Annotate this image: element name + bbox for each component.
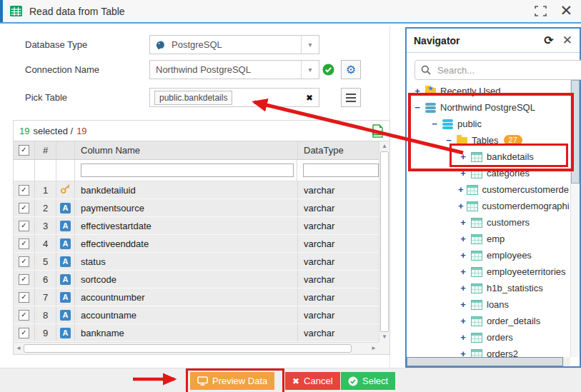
- table-row[interactable]: ✓ 4 A effectiveenddate varchar: [14, 235, 379, 253]
- table-icon: [471, 267, 482, 277]
- tree-item-northwind-postgresql[interactable]: − Northwind PostgreSQL: [408, 99, 569, 116]
- table-row[interactable]: ✓ 2 A paymentsource varchar: [14, 199, 379, 217]
- scroll-left-icon[interactable]: ◄: [16, 344, 21, 353]
- horizontal-scroll-thumb[interactable]: [24, 344, 352, 353]
- refresh-icon[interactable]: ⟳: [544, 34, 553, 47]
- export-csv-icon[interactable]: csv: [372, 124, 384, 138]
- pick-table-input[interactable]: public.bankdetails ✖: [149, 88, 319, 107]
- clear-icon[interactable]: ✖: [306, 93, 313, 103]
- row-number: 9: [35, 324, 56, 341]
- tree-item-bankdetails[interactable]: + bankdetails: [408, 149, 569, 165]
- datatype-filter-input[interactable]: [303, 164, 379, 177]
- expand-icon[interactable]: +: [458, 316, 468, 326]
- navigator-vertical-scrollbar[interactable]: [570, 80, 580, 357]
- tree-item-tables[interactable]: − Tables 27: [408, 132, 569, 149]
- horizontal-scrollbar[interactable]: ◄ ►: [14, 342, 379, 354]
- table-row[interactable]: ✓ 3 A effectivestartdate varchar: [14, 217, 379, 235]
- navigator-search[interactable]: [414, 60, 581, 80]
- navigator-horizontal-scrollbar[interactable]: [407, 357, 570, 366]
- row-checkbox[interactable]: ✓: [19, 256, 29, 267]
- expand-icon[interactable]: +: [458, 332, 468, 343]
- table-row[interactable]: ✓ 7 A accountnumber varchar: [14, 288, 379, 306]
- scroll-right-icon[interactable]: ►: [371, 344, 377, 353]
- table-row[interactable]: ✓ 1 bankdetailuid varchar: [14, 181, 379, 199]
- row-checkbox[interactable]: ✓: [19, 185, 29, 196]
- expand-icon[interactable]: +: [458, 250, 468, 261]
- scroll-up-icon[interactable]: ▲: [379, 141, 389, 151]
- table-row[interactable]: ✓ 5 A status varchar: [14, 253, 379, 271]
- expand-icon[interactable]: +: [458, 348, 468, 357]
- table-row[interactable]: ✓ 8 A accountname varchar: [14, 306, 379, 324]
- tree-item-emp[interactable]: + emp: [408, 231, 569, 247]
- table-row[interactable]: ✓ 6 A sortcode varchar: [14, 271, 379, 288]
- tree-item-employeeterritories[interactable]: + employeeterritories: [408, 263, 569, 280]
- collapse-icon[interactable]: −: [412, 102, 422, 113]
- search-input[interactable]: [436, 64, 579, 76]
- row-checkbox[interactable]: ✓: [19, 292, 29, 303]
- table-chip[interactable]: public.bankdetails: [154, 91, 232, 105]
- chevron-down-icon[interactable]: ▾: [301, 61, 319, 79]
- expand-icon[interactable]: +: [458, 233, 468, 244]
- vertical-scrollbar[interactable]: ▲ ▼: [379, 141, 389, 342]
- read-data-dialog: Read data from Table ✕ Database Type Pos…: [0, 0, 581, 392]
- text-type-icon: A: [60, 328, 71, 338]
- tree-item-public[interactable]: − public: [408, 116, 569, 132]
- table-list-menu-button[interactable]: [341, 88, 361, 107]
- expand-icon[interactable]: +: [458, 217, 468, 228]
- maximize-icon[interactable]: [535, 6, 547, 16]
- filter-row: [14, 160, 379, 181]
- name-column-header[interactable]: Column Name: [75, 141, 298, 159]
- tree-item-label: Northwind PostgreSQL: [440, 102, 535, 113]
- navigator-scroll-thumb[interactable]: [571, 80, 580, 184]
- tree-item-label: public: [457, 119, 482, 129]
- select-button[interactable]: Select: [341, 372, 395, 390]
- expand-icon[interactable]: +: [458, 266, 468, 277]
- tree-item-recently-used[interactable]: + ★ Recently Used: [408, 83, 569, 99]
- expand-icon[interactable]: +: [458, 184, 464, 195]
- tree-item-customercustomerdemo[interactable]: + customercustomerde: [408, 181, 569, 198]
- table-row[interactable]: ✓ 9 A bankname varchar: [14, 324, 379, 342]
- tree-item-orders2[interactable]: + orders2: [408, 346, 569, 357]
- selected-label: selected /: [33, 126, 73, 136]
- tree-item-customerdemographics[interactable]: + customerdemographi: [408, 198, 569, 214]
- row-checkbox[interactable]: ✓: [19, 238, 29, 249]
- database-type-select[interactable]: PostgreSQL ▾: [149, 35, 319, 54]
- num-column-header[interactable]: #: [35, 141, 56, 159]
- expand-icon[interactable]: +: [458, 283, 468, 293]
- column-name-filter-input[interactable]: [81, 164, 294, 177]
- row-checkbox[interactable]: ✓: [19, 203, 29, 213]
- preview-data-button[interactable]: Preview Data: [190, 372, 274, 390]
- collapse-icon[interactable]: −: [429, 119, 440, 129]
- collapse-icon[interactable]: −: [444, 135, 454, 146]
- navigator-panel: Navigator ⟳ ✕ + ★ Recently Used − Northw…: [405, 27, 581, 368]
- connection-settings-button[interactable]: ⚙: [341, 60, 361, 79]
- close-icon[interactable]: ✕: [560, 2, 572, 19]
- expand-icon[interactable]: +: [458, 299, 468, 310]
- tree-item-h1b-statistics[interactable]: + h1b_statistics: [408, 280, 569, 296]
- select-all-checkbox[interactable]: ✓: [19, 145, 29, 156]
- expand-icon[interactable]: +: [458, 168, 468, 179]
- tree-item-employees[interactable]: + employees: [408, 247, 569, 263]
- row-checkbox[interactable]: ✓: [19, 310, 29, 321]
- close-icon[interactable]: ✕: [562, 33, 572, 48]
- row-checkbox[interactable]: ✓: [19, 221, 29, 231]
- tree-item-orders[interactable]: + orders: [408, 329, 569, 346]
- cancel-button[interactable]: ✖ Cancel: [285, 372, 340, 390]
- tree-item-customers[interactable]: + customers: [408, 214, 569, 231]
- chevron-down-icon[interactable]: ▾: [301, 36, 319, 54]
- vertical-scroll-thumb[interactable]: [380, 151, 389, 332]
- postgresql-icon: [155, 39, 166, 50]
- expand-icon[interactable]: +: [458, 201, 464, 211]
- row-checkbox[interactable]: ✓: [19, 274, 29, 285]
- expand-icon[interactable]: +: [458, 151, 468, 162]
- connection-name-select[interactable]: Northwind PostgreSQL ▾: [149, 60, 319, 79]
- tree-item-label: categories: [487, 168, 530, 179]
- tree-item-order-details[interactable]: + order_details: [408, 313, 569, 329]
- tree-item-categories[interactable]: + categories: [408, 165, 569, 181]
- navigator-hscroll-thumb[interactable]: [407, 357, 563, 366]
- scroll-down-icon[interactable]: ▼: [379, 332, 389, 342]
- row-checkbox[interactable]: ✓: [19, 328, 29, 338]
- expand-icon[interactable]: +: [412, 86, 422, 96]
- tree-item-loans[interactable]: + loans: [408, 296, 569, 313]
- type-column-header[interactable]: DataType: [298, 141, 379, 159]
